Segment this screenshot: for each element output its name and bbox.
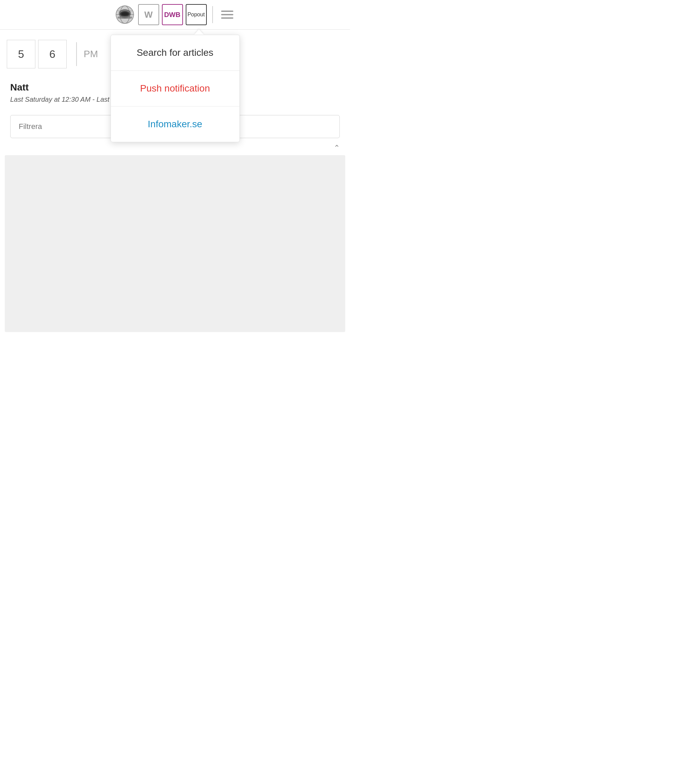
dropdown-item-infomaker[interactable]: Infomaker.se [111,106,239,142]
time-period: PM [84,49,98,60]
svg-point-7 [122,12,128,16]
time-box-5: 5 [7,40,36,68]
w-button[interactable]: W [138,4,159,25]
time-number-2: 6 [49,48,55,60]
svg-point-8 [117,16,132,19]
dropdown-item-push[interactable]: Push notification [111,71,239,106]
dropdown-item-search[interactable]: Search for articles [111,35,239,71]
time-divider [76,42,77,66]
dropdown-menu: Search for articles Push notification In… [110,35,240,142]
push-notification-label: Push notification [140,83,210,94]
hamburger-menu-button[interactable] [218,8,236,21]
popout-label: Popout [187,11,205,18]
hamburger-line-2 [221,14,233,15]
toolbar-divider [212,6,213,23]
w-label: W [144,10,153,20]
toolbar: W DWB Popout [0,0,350,29]
popout-button[interactable]: Popout [186,4,207,25]
dwb-label: DWB [164,11,180,19]
dwb-button[interactable]: DWB [162,4,183,25]
hamburger-line-3 [221,17,233,19]
collapse-arrow-icon[interactable]: ⌃ [334,143,340,153]
infomaker-label: Infomaker.se [148,119,202,130]
hamburger-line-1 [221,11,233,12]
dropdown-arrow [194,29,204,35]
time-number-1: 5 [18,48,24,60]
collapse-row: ⌃ [0,143,350,153]
content-area [5,155,345,332]
time-box-6: 6 [38,40,67,68]
toolbar-icons: W DWB Popout [114,4,236,25]
globe-icon-button[interactable] [114,4,135,25]
search-articles-label: Search for articles [137,47,214,58]
dropdown-container: Search for articles Push notification In… [110,29,240,142]
